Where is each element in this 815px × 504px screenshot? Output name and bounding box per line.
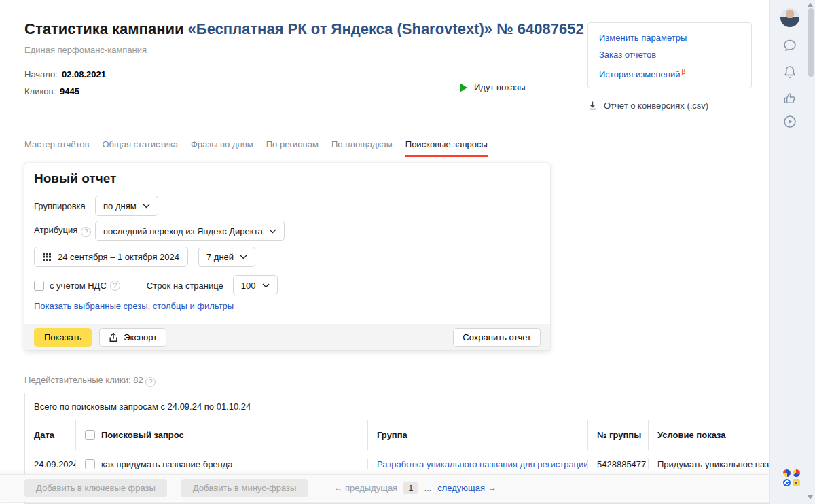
service-icon-4[interactable] xyxy=(793,479,800,486)
campaign-stats: Начало:02.08.2021 Кликов:9445 xyxy=(24,69,106,103)
row-checkbox[interactable] xyxy=(85,459,95,469)
attribution-value: последний переход из Яндекс.Директа xyxy=(103,226,263,236)
date-range-button[interactable]: 24 сентября – 1 октября 2024 xyxy=(34,247,188,267)
stat-start-label: Начало: xyxy=(24,69,58,79)
rows-per-page-value: 100 xyxy=(241,281,256,291)
video-play-icon[interactable] xyxy=(782,114,797,129)
edit-params-link[interactable]: Изменить параметры xyxy=(599,32,740,43)
group-link[interactable]: Разработка уникального названия для реги… xyxy=(377,459,587,469)
add-to-keywords-button[interactable]: Добавить в ключевые фразы xyxy=(24,479,167,497)
save-report-button[interactable]: Сохранить отчет xyxy=(453,328,541,347)
chevron-down-icon xyxy=(240,255,247,259)
invalid-clicks-help-icon[interactable]: ? xyxy=(145,377,156,387)
chevron-down-icon xyxy=(143,204,150,209)
campaign-actions-box: Изменить параметры Заказ отчетов История… xyxy=(587,22,752,88)
column-header-group[interactable]: Группа xyxy=(367,420,587,450)
cell-condition: Придумать уникальное назван xyxy=(648,459,769,469)
vat-help-icon[interactable]: ? xyxy=(110,281,120,291)
scrollbar-thumb[interactable] xyxy=(808,8,814,77)
chat-icon[interactable] xyxy=(782,38,797,53)
stat-start-value: 02.08.2021 xyxy=(62,69,106,79)
grouping-value: по дням xyxy=(103,201,137,211)
column-header-condition[interactable]: Условие показа xyxy=(648,420,769,450)
tab-general-statistics[interactable]: Общая статистика xyxy=(102,139,178,157)
change-history-label: История изменений xyxy=(599,69,681,79)
service-icon-3[interactable] xyxy=(783,479,791,486)
pagination-current-page: 1 xyxy=(403,482,418,494)
stat-clicks-label: Кликов: xyxy=(24,86,56,96)
new-report-title: Новый отчет xyxy=(34,171,116,186)
column-header-date[interactable]: Дата xyxy=(25,420,75,450)
campaign-type-subtitle: Единая перфоманс-кампания xyxy=(24,45,147,55)
table-summary-row: Всего по поисковым запросам с 24.09.24 п… xyxy=(25,393,769,420)
grouping-row: Группировка по дням xyxy=(34,196,158,216)
invalid-clicks-line: Недействительные клики: 82 ? xyxy=(24,375,156,387)
campaign-name: «Бесплатная РК от Яндекса (Sharovtext)» … xyxy=(188,20,584,37)
column-header-query[interactable]: Поисковый запрос xyxy=(75,420,367,450)
status-play-icon xyxy=(460,83,467,92)
pagination-prev[interactable]: ← предыдущая xyxy=(333,483,397,493)
selection-actions-bar: Добавить в ключевые фразы Добавить в мин… xyxy=(0,475,769,501)
export-button[interactable]: Экспорт xyxy=(99,328,166,347)
notifications-bell-icon[interactable] xyxy=(782,65,797,79)
grouping-label: Группировка xyxy=(34,201,95,211)
show-report-button[interactable]: Показать xyxy=(34,328,92,347)
grouping-select[interactable]: по дням xyxy=(95,196,158,216)
tab-search-queries[interactable]: Поисковые запросы xyxy=(405,139,488,157)
calendar-grid-icon xyxy=(43,252,52,262)
report-card-footer: Показать Экспорт Сохранить отчет xyxy=(24,324,550,350)
vat-and-rows-row: с учётом НДС ? Строк на странице 100 xyxy=(34,275,278,295)
cell-group: Разработка уникального названия для реги… xyxy=(367,459,587,469)
stat-clicks: Кликов:9445 xyxy=(24,86,106,96)
attribution-select[interactable]: последний переход из Яндекс.Директа xyxy=(95,221,285,241)
period-preset-select[interactable]: 7 дней xyxy=(198,247,255,267)
show-slices-link[interactable]: Показать выбранные срезы, столбцы и филь… xyxy=(34,301,234,312)
page-title-prefix: Статистика кампании xyxy=(24,20,183,37)
tab-report-master[interactable]: Мастер отчётов xyxy=(24,139,89,157)
cell-group-id: 5428885477 xyxy=(587,459,648,469)
download-icon xyxy=(587,101,598,111)
page-bottom-divider xyxy=(0,502,769,503)
rows-per-page-select[interactable]: 100 xyxy=(233,275,278,295)
pagination-next[interactable]: следующая → xyxy=(437,483,496,493)
pagination: ← предыдущая 1 ... следующая → xyxy=(333,482,496,494)
campaign-statistics-page: Статистика кампании «Бесплатная РК от Ян… xyxy=(0,0,815,504)
order-reports-link[interactable]: Заказ отчетов xyxy=(599,49,740,60)
rows-per-page-label: Строк на странице xyxy=(147,281,223,291)
conversions-csv-label: Отчет о конверсиях (.csv) xyxy=(604,101,708,111)
service-icon-2[interactable] xyxy=(793,469,800,477)
tab-phrases-by-day[interactable]: Фразы по дням xyxy=(191,139,253,157)
column-header-group-id[interactable]: № группы xyxy=(587,420,648,450)
status-text: Идут показы xyxy=(474,82,526,92)
column-header-query-label: Поисковый запрос xyxy=(101,430,184,440)
attribution-label: Атрибуция? xyxy=(34,225,95,237)
conversions-csv-link[interactable]: Отчет о конверсиях (.csv) xyxy=(587,101,708,111)
vat-checkbox[interactable] xyxy=(34,281,44,291)
select-all-checkbox[interactable] xyxy=(85,430,95,440)
user-avatar[interactable] xyxy=(780,8,799,27)
add-to-negative-button[interactable]: Добавить в минус-фразы xyxy=(181,479,308,497)
export-icon xyxy=(109,332,118,342)
date-range-value: 24 сентября – 1 октября 2024 xyxy=(58,252,179,262)
scrollbar-down-arrow[interactable] xyxy=(808,495,813,499)
pagination-ellipsis: ... xyxy=(424,483,431,493)
period-preset-value: 7 дней xyxy=(206,252,234,262)
beta-badge: β xyxy=(682,68,686,75)
stat-clicks-value: 9445 xyxy=(60,86,79,96)
stat-start-date: Начало:02.08.2021 xyxy=(24,69,106,79)
service-icon-1[interactable] xyxy=(783,469,791,477)
chevron-down-icon xyxy=(269,229,276,234)
thumbs-up-icon[interactable] xyxy=(782,91,797,106)
services-widget[interactable] xyxy=(783,469,800,486)
tab-by-regions[interactable]: По регионам xyxy=(266,139,319,157)
attribution-help-icon[interactable]: ? xyxy=(81,227,91,237)
export-button-label: Экспорт xyxy=(124,332,157,342)
new-report-panel: Новый отчет Группировка по дням Атрибуци… xyxy=(24,163,550,350)
scrollbar-up-arrow[interactable] xyxy=(808,3,813,7)
report-tabs: Мастер отчётов Общая статистика Фразы по… xyxy=(24,139,488,157)
tab-by-placements[interactable]: По площадкам xyxy=(331,139,393,157)
table-header-row: Дата Поисковый запрос Группа № группы Ус… xyxy=(25,420,769,450)
change-history-link[interactable]: История измененийβ xyxy=(599,66,740,80)
campaign-status: Идут показы xyxy=(460,82,526,92)
attribution-label-text: Атрибуция xyxy=(34,225,77,235)
